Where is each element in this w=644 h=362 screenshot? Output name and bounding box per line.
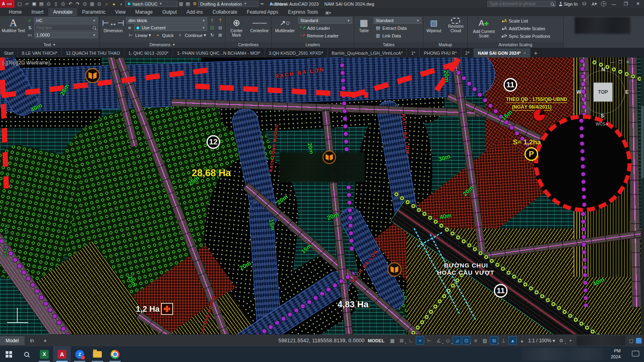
taskbar-excel-icon[interactable]: X [35, 346, 53, 362]
workspace-dropdown[interactable]: Drafting & Annotation ▼ [198, 1, 258, 7]
lineweight-toggle-icon[interactable]: ≡ [471, 336, 480, 345]
table-button[interactable]: ▦ Table [356, 17, 372, 33]
search-input[interactable] [489, 2, 551, 6]
hatch-layer-dropdown[interactable]: hatch GDUC ▼ [125, 1, 178, 7]
file-tab-12-quach-thi-thu-thao[interactable]: 12.QUACH THI THU THAO [62, 48, 124, 58]
viewport-minimize-icon[interactable]: — [610, 60, 615, 65]
taskbar-chrome-icon[interactable] [106, 346, 124, 362]
dim-layer-dropdown[interactable]: Use Current▼ [134, 25, 207, 31]
ortho-toggle-icon[interactable]: ⊢ [425, 336, 433, 345]
dim-space-icon[interactable]: ⊞ [217, 32, 223, 38]
drawing-area[interactable]: RẠCH BÀ LỚNRẠCH BÀ LỚNRẠCH BÀ LỚNRẠCH CỐ… [0, 58, 644, 334]
viewcube-top-face[interactable]: TOP [593, 82, 613, 102]
find-text-field[interactable] [34, 25, 98, 31]
panel-label-tables[interactable]: Tables [354, 42, 423, 48]
dim-update-icon[interactable]: ↻ [209, 32, 215, 38]
annotation-scale-button[interactable]: 1:1 / 100% ▾ [528, 338, 555, 343]
light-off-icon[interactable]: ○ [103, 0, 110, 7]
osnap-toggle-icon[interactable]: ⊡▾ [462, 336, 471, 345]
scale-list-button[interactable]: ▴AScale List [500, 17, 561, 24]
vertical-scrollbar[interactable] [641, 58, 644, 334]
add-current-scale-button[interactable]: A✚ Add Current Scale [469, 17, 498, 38]
wipeout-button[interactable]: ▧ Wipeout [425, 17, 443, 33]
taskbar-clock[interactable]: PM 2024 [611, 348, 621, 360]
infer-toggle-icon[interactable]: ∟ [407, 336, 415, 345]
ribbon-tab-collaborate[interactable]: Collaborate [208, 8, 242, 16]
viewport-restore-icon[interactable]: ❐ [618, 60, 622, 65]
add-delete-scales-button[interactable]: ▴AAdd/Delete Scales [500, 25, 561, 32]
ribbon-tab-annotate[interactable]: Annotate [48, 8, 77, 16]
taskbar-zalo-icon[interactable]: Z [71, 346, 89, 362]
print-icon[interactable]: ⎙ [96, 0, 103, 7]
viewport-controls[interactable]: [-][Top][2D Wireframe] [2, 60, 50, 66]
close-button[interactable]: ✕ [634, 1, 642, 6]
sign-in-button[interactable]: Sign In [559, 2, 578, 6]
text-style-dropdown[interactable]: HC▼ [34, 17, 98, 24]
panel-label-dimensions[interactable]: Dimensions▼ [100, 42, 225, 48]
selection-cycling-toggle-icon[interactable]: ⧉▾ [490, 336, 498, 345]
viewcube-east[interactable]: E [625, 89, 629, 95]
revision-cloud-button[interactable]: Revision Cloud [446, 17, 466, 33]
ribbon-tab-featured-apps[interactable]: Featured Apps [242, 8, 283, 16]
file-tab-1-phan-vung-qhc-n-bchanh-moi[interactable]: 1- PHAN VUNG QHC...N BCHANH - MOI* [173, 48, 265, 58]
dim-baseline-icon[interactable]: ⍑ [217, 17, 223, 24]
polar-toggle-icon[interactable]: ∠▾ [434, 336, 443, 345]
sheet-icon[interactable]: ▤ [184, 0, 191, 7]
redo-icon[interactable]: ↷ [74, 0, 81, 7]
unlock-icon[interactable]: ◖ [118, 0, 124, 7]
batch-plot-icon[interactable]: ⎙ [81, 0, 88, 7]
customization-icon[interactable]: ＋ [566, 336, 575, 345]
extract-data-button[interactable]: ▤Extract Data [374, 25, 421, 31]
workspace-gear-icon[interactable]: ⚙▾ [557, 336, 566, 345]
ribbon-tab-output[interactable]: Output [157, 8, 182, 16]
ribbon-tab-view[interactable]: View [110, 8, 130, 16]
ribbon-tab-home[interactable]: Home [4, 8, 27, 16]
grid-toggle-icon[interactable]: ▦ [388, 336, 396, 345]
file-tab-nam-sai-gon-2024[interactable]: NAM SAI GON 2024*× [474, 48, 530, 58]
dimension-button[interactable]: ⊢↔⊣ Dimension [101, 17, 125, 33]
help-search-box[interactable] [487, 1, 556, 7]
light-on-icon[interactable]: ● [110, 0, 117, 7]
ribbon-tab-add-ins[interactable]: Add-ins [182, 8, 208, 16]
ribbon-tab-parametric[interactable]: Parametric [77, 8, 110, 16]
sheet-set-icon[interactable]: ▥ [89, 0, 95, 7]
panel-label-annotation-scaling[interactable]: Annotation Scaling [468, 42, 563, 48]
otrack-toggle-icon[interactable]: ⊿ [453, 336, 461, 345]
center-mark-button[interactable]: ⊕ Center Mark [227, 17, 246, 37]
new-icon[interactable]: ▢ [16, 0, 23, 7]
search-icon[interactable] [551, 2, 554, 6]
ribbon-tab-express-tools[interactable]: Express Tools [283, 8, 322, 16]
taskbar-explorer-icon[interactable] [89, 346, 106, 362]
undo-icon[interactable]: ↶ [67, 0, 74, 7]
linear-button[interactable]: ⊢Linear ▾ [126, 32, 152, 39]
open-icon[interactable]: ▱ [23, 0, 30, 7]
new-layout-button[interactable]: + [39, 336, 51, 346]
dim-style-dropdown[interactable]: dim tiktok▼ [126, 17, 207, 24]
file-tab-2[interactable]: 2* [461, 48, 474, 58]
annotation-visibility-toggle-icon[interactable]: ▲ [508, 336, 517, 345]
dim-adjust-icon[interactable]: ⊟ [217, 25, 223, 31]
continue-button[interactable]: ⊦Continue ▾ [176, 32, 207, 39]
quick-dim-button[interactable]: ⌁Quick [153, 32, 175, 39]
export-icon[interactable]: ⎙ [45, 0, 52, 7]
taskbar-autocad-icon[interactable]: A [53, 346, 71, 362]
multiline-text-button[interactable]: A Multiline Text [2, 17, 25, 33]
panel-label-text[interactable]: Text▼ [0, 42, 99, 48]
taskbar-search-icon[interactable] [18, 346, 35, 362]
panel-label-markup[interactable]: Markup [423, 42, 467, 48]
link-data-button[interactable]: ▥Link Data [374, 32, 421, 39]
help-icon[interactable]: ? [601, 1, 606, 6]
save-icon[interactable]: ▣ [31, 0, 37, 7]
sync-scale-positions-button[interactable]: ▴⟳Sync Scale Positions [500, 33, 561, 39]
file-tab-banve-quyhoach-lgh-vinhloca[interactable]: BanVe_QuyHoach_LGH_VinhLocA* [328, 48, 407, 58]
text-height-dropdown[interactable]: 1.0000▼ [34, 32, 98, 38]
ucs-toggle-icon[interactable]: ⊥ [499, 336, 508, 345]
table-style-dropdown[interactable]: Standard▼ [374, 17, 421, 24]
file-tab-8-le-van-thich[interactable]: 8.LE VAN THICH* [18, 48, 62, 58]
file-tab-3-qh-khsdd-2591-xpxd[interactable]: 3.QH KHSDD_2591 XPXD* [265, 48, 328, 58]
gear-icon[interactable]: ⚙ [191, 0, 198, 7]
centerline-button[interactable]: —·— Centerline [249, 17, 270, 33]
viewcube-south[interactable]: S [601, 113, 604, 119]
model-space-button[interactable]: MODEL [368, 338, 385, 343]
scrollbar-thumb[interactable] [641, 106, 644, 178]
